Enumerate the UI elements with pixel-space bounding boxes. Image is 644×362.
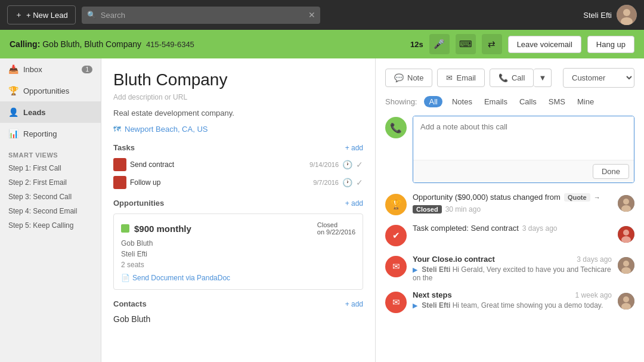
svg-point-13: [623, 296, 629, 302]
call-phone: 415-549-6345: [146, 40, 194, 49]
filter-all[interactable]: All: [424, 96, 442, 107]
location-link[interactable]: Newport Beach, CA, US: [125, 125, 208, 134]
task-check-1[interactable]: ✓: [356, 160, 363, 169]
search-input[interactable]: [82, 7, 320, 24]
smart-view-item-1[interactable]: Step 1: First Call: [0, 161, 101, 175]
leads-label: Leads: [23, 108, 46, 117]
email-out-icon: ✉: [385, 256, 407, 277]
more-actions-button[interactable]: ▼: [534, 69, 552, 87]
add-contact-link[interactable]: + add: [345, 300, 363, 308]
filter-sms[interactable]: SMS: [546, 96, 568, 107]
call-button[interactable]: 📞 Call: [490, 69, 534, 87]
reporting-label: Reporting: [23, 129, 57, 138]
opp-activity-icon: 🏆: [385, 194, 407, 215]
call-label: Calling: Gob Bluth, Bluth Company 415-54…: [10, 39, 194, 49]
task-activity-main: Task completed: Send contract 3 days ago: [413, 224, 612, 233]
filter-emails[interactable]: Emails: [482, 96, 510, 107]
email1-preview: ▶ Steli Efti Hi Gerald, Very excited to …: [413, 265, 612, 282]
company-description: Real estate development company.: [113, 109, 363, 117]
opp-activity-content: Opportunity ($90,000) status changed fro…: [413, 193, 612, 215]
task-clock-2[interactable]: 🕐: [342, 178, 352, 187]
smart-view-item-4[interactable]: Step 4: Second Email: [0, 204, 101, 218]
opp-user-avatar: [618, 195, 634, 212]
pandadoc-link[interactable]: 📄 Send Document via PandaDoc: [121, 274, 355, 282]
opportunity-card: $900 monthly Closed on 9/22/2016 Gob Blu…: [113, 214, 363, 290]
task-avatar-2: [113, 176, 126, 189]
opp-status-block: Closed on 9/22/2016: [317, 221, 355, 236]
mute-button[interactable]: 🎤: [429, 34, 450, 54]
activity-item-task: ✔ Task completed: Send contract 3 days a…: [385, 224, 634, 246]
search-bar: 🔍 ✕: [82, 7, 320, 24]
email2-title: Next steps 1 week ago: [413, 290, 612, 299]
note-button[interactable]: 💬 Note: [385, 69, 432, 87]
expand-icon-1[interactable]: ▶: [413, 266, 417, 273]
opp-person1: Gob Bluth: [121, 239, 355, 247]
activity-item-opp: 🏆 Opportunity ($90,000) status changed f…: [385, 193, 634, 215]
sidebar-item-inbox[interactable]: 📥 Inbox 1: [0, 58, 101, 80]
tasks-label: Tasks: [113, 143, 135, 152]
smart-views-label: SMART VIEWS: [0, 144, 101, 161]
call-note-footer: Done: [413, 160, 634, 182]
filter-mine[interactable]: Mine: [575, 96, 596, 107]
add-description-field[interactable]: Add description or URL: [113, 93, 363, 101]
email2-user-avatar: [618, 293, 634, 310]
user-name: Steli Efti: [583, 11, 612, 20]
task-activity-text: Task completed: Send contract: [413, 224, 519, 233]
svg-point-4: [623, 199, 629, 205]
opp-to-tag: Closed: [413, 205, 442, 214]
call-contact: Gob Bluth, Bluth Company: [42, 39, 141, 49]
new-lead-button[interactable]: ＋ + New Lead: [7, 5, 76, 24]
svg-point-7: [623, 230, 629, 236]
keypad-button[interactable]: ⌨: [456, 34, 476, 54]
calling-text: Calling:: [10, 39, 40, 49]
call-note-textarea[interactable]: [413, 116, 634, 158]
note-btn-label: Note: [407, 73, 423, 82]
call-banner: Calling: Gob Bluth, Bluth Company 415-54…: [0, 30, 644, 58]
email-button[interactable]: ✉ Email: [437, 69, 485, 87]
activity-item-email2: ✉ Next steps 1 week ago ▶ Steli Efti Hi …: [385, 290, 634, 313]
smart-view-item-3[interactable]: Step 3: Second Call: [0, 190, 101, 204]
sidebar-item-leads[interactable]: 👤 Leads: [0, 101, 101, 123]
opportunities-label: Opportunities: [23, 86, 69, 95]
task-activity-content: Task completed: Send contract 3 days ago: [413, 224, 612, 246]
document-icon: 📄: [121, 274, 130, 282]
task-time: 3 days ago: [522, 224, 558, 233]
done-button[interactable]: Done: [593, 164, 629, 179]
opp-status-text: Closed: [317, 221, 338, 228]
email1-title: Your Close.io contract 3 days ago: [413, 255, 612, 264]
add-task-link[interactable]: + add: [345, 144, 363, 152]
sidebar-item-opportunities[interactable]: 🏆 Opportunities: [0, 80, 101, 101]
call-note-container: 📞 Done: [385, 116, 634, 183]
add-opp-link[interactable]: + add: [345, 199, 363, 208]
sidebar-item-reporting[interactable]: 📊 Reporting: [0, 123, 101, 144]
email2-subject: Next steps: [413, 290, 452, 299]
task-avatar-1: [113, 158, 126, 171]
plus-icon: ＋: [15, 10, 23, 20]
leave-voicemail-button[interactable]: Leave voicemail: [508, 36, 581, 53]
inbox-label: Inbox: [23, 65, 42, 74]
opportunities-section: Opportunities + add $900 monthly Closed …: [113, 199, 363, 290]
location-icon: 🗺: [113, 125, 121, 134]
email-btn-label: Email: [456, 73, 476, 82]
task-clock-1[interactable]: 🕐: [342, 160, 352, 169]
filter-calls[interactable]: Calls: [517, 96, 539, 107]
call-icon: 📞: [499, 73, 508, 82]
smart-view-item-2[interactable]: Step 2: First Email: [0, 175, 101, 190]
task-check-2[interactable]: ✓: [356, 178, 363, 187]
filter-notes[interactable]: Notes: [450, 96, 475, 107]
email1-from: Steli Efti: [422, 265, 450, 274]
expand-icon-2[interactable]: ▶: [413, 302, 417, 309]
contacts-section-header: Contacts + add: [113, 299, 363, 308]
hang-up-button[interactable]: Hang up: [587, 36, 634, 53]
opp-time: 30 min ago: [445, 205, 481, 214]
company-name: Bluth Company: [113, 70, 363, 89]
search-clear-icon[interactable]: ✕: [308, 10, 315, 20]
transfer-button[interactable]: ⇄: [482, 34, 502, 54]
smart-view-item-5[interactable]: Step 5: Keep Calling: [0, 218, 101, 233]
email2-content: Next steps 1 week ago ▶ Steli Efti Hi te…: [413, 290, 612, 313]
customer-status-select[interactable]: Customer: [563, 68, 634, 88]
opp-color-dot: [121, 224, 129, 233]
arrow-icon: →: [594, 194, 600, 201]
opp-from-tag: Quote: [564, 193, 590, 202]
opp-date: on 9/22/2016: [317, 228, 355, 236]
